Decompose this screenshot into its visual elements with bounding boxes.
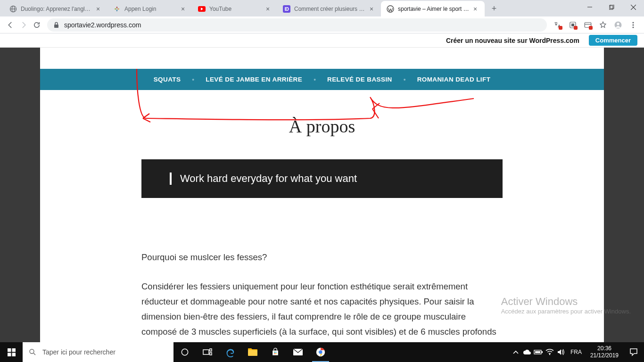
paragraph: Considérer les fessiers uniquement pour … bbox=[141, 279, 503, 342]
store-button[interactable] bbox=[264, 342, 287, 362]
text-span: Considérer les fessiers uniquement pour … bbox=[141, 281, 496, 342]
svg-point-25 bbox=[632, 26, 634, 28]
task-view-button[interactable] bbox=[196, 342, 219, 362]
close-icon[interactable]: × bbox=[264, 5, 272, 13]
windows-taskbar: Taper ici pour rechercher FRA 20:36 21/1… bbox=[0, 342, 644, 362]
svg-rect-29 bbox=[12, 353, 16, 356]
svg-point-24 bbox=[632, 24, 634, 25]
quote-accent bbox=[170, 173, 172, 185]
page-viewport: Créer un nouveau site sur WordPress.com … bbox=[0, 33, 644, 342]
nav-item-squats[interactable]: SQUATS bbox=[151, 76, 184, 83]
extension-icons bbox=[551, 21, 640, 29]
svg-rect-16 bbox=[54, 25, 58, 28]
svg-rect-37 bbox=[274, 352, 275, 353]
onedrive-icon[interactable] bbox=[521, 342, 533, 362]
battery-icon[interactable] bbox=[533, 342, 544, 362]
page-gutter-left bbox=[0, 48, 40, 342]
extension-icon[interactable] bbox=[584, 21, 592, 29]
svg-point-22 bbox=[617, 23, 619, 25]
svg-rect-40 bbox=[275, 353, 276, 354]
chrome-button[interactable] bbox=[309, 342, 332, 362]
tab-comment[interactable]: Comment créer plusieurs page × bbox=[277, 1, 381, 16]
address-bar[interactable]: sportavie2.wordpress.com bbox=[47, 18, 547, 32]
wp-start-button[interactable]: Commencer bbox=[589, 35, 637, 46]
forward-button[interactable] bbox=[17, 18, 30, 32]
tab-title: Duolingo: Apprenez l'anglais, l bbox=[21, 6, 92, 12]
tab-youtube[interactable]: YouTube × bbox=[192, 1, 277, 16]
nav-separator: • bbox=[192, 76, 194, 83]
tab-duolingo[interactable]: Duolingo: Apprenez l'anglais, l × bbox=[4, 1, 107, 16]
svg-rect-33 bbox=[203, 350, 209, 354]
site-icon bbox=[283, 5, 290, 13]
profile-icon[interactable] bbox=[614, 21, 622, 29]
tab-title: YouTube bbox=[209, 6, 262, 12]
bookmark-icon[interactable] bbox=[599, 21, 607, 29]
translate-icon[interactable] bbox=[553, 21, 562, 29]
system-tray: FRA 20:36 21/12/2019 bbox=[510, 342, 644, 362]
wifi-icon[interactable] bbox=[544, 342, 555, 362]
taskbar-search[interactable]: Taper ici pour rechercher bbox=[23, 342, 173, 362]
svg-rect-36 bbox=[248, 350, 257, 356]
svg-marker-5 bbox=[114, 8, 116, 10]
nav-item-releve[interactable]: RELEVÉ DE BASSIN bbox=[324, 76, 395, 83]
menu-icon[interactable] bbox=[629, 21, 637, 29]
article-body: Pourquoi se muslcer les fesses? Considér… bbox=[141, 250, 503, 342]
svg-rect-39 bbox=[274, 353, 275, 354]
action-center-button[interactable] bbox=[623, 342, 644, 362]
explorer-button[interactable] bbox=[241, 342, 264, 362]
wordpress-promo-bar: Créer un nouveau site sur WordPress.com … bbox=[0, 33, 644, 48]
search-placeholder: Taper ici pour rechercher bbox=[42, 348, 116, 356]
clock-time: 20:36 bbox=[590, 345, 619, 352]
wp-create-link[interactable]: Créer un nouveau site sur WordPress.com bbox=[446, 37, 579, 44]
nav-separator: • bbox=[314, 76, 316, 83]
tab-sportavie[interactable]: sportavie – Aimer le sport com × bbox=[381, 1, 485, 16]
minimize-button[interactable] bbox=[579, 0, 601, 14]
mail-button[interactable] bbox=[287, 342, 309, 362]
maximize-button[interactable] bbox=[601, 0, 622, 14]
volume-icon[interactable] bbox=[555, 342, 567, 362]
cortana-button[interactable] bbox=[173, 342, 196, 362]
browser-tabstrip: Duolingo: Apprenez l'anglais, l × Appen … bbox=[0, 0, 644, 16]
tab-title: Comment créer plusieurs page bbox=[294, 6, 366, 12]
content: À propos Work hard everyday for what you… bbox=[40, 90, 604, 342]
svg-line-31 bbox=[33, 353, 35, 355]
close-icon[interactable]: × bbox=[179, 5, 187, 13]
quote-block: Work hard everyday for what you want bbox=[141, 159, 503, 198]
svg-rect-34 bbox=[210, 349, 212, 351]
appen-icon bbox=[113, 5, 121, 13]
svg-rect-35 bbox=[210, 353, 212, 355]
edge-button[interactable] bbox=[219, 342, 241, 362]
clock-date: 21/12/2019 bbox=[590, 352, 619, 359]
back-button[interactable] bbox=[4, 18, 17, 32]
nav-item-leve[interactable]: LEVÉ DE JAMBE EN ARRIÈRE bbox=[203, 76, 305, 83]
taskbar-clock[interactable]: 20:36 21/12/2019 bbox=[586, 345, 623, 359]
svg-rect-28 bbox=[8, 353, 11, 356]
tray-chevron-icon[interactable] bbox=[510, 342, 521, 362]
close-icon[interactable]: × bbox=[368, 5, 375, 13]
svg-rect-38 bbox=[275, 352, 276, 353]
new-tab-button[interactable]: + bbox=[487, 2, 501, 15]
close-window-button[interactable] bbox=[622, 0, 644, 14]
svg-rect-46 bbox=[535, 351, 540, 353]
reload-button[interactable] bbox=[30, 18, 43, 32]
url-text: sportavie2.wordpress.com bbox=[64, 21, 141, 29]
extension-icon[interactable] bbox=[569, 21, 577, 29]
wordpress-icon bbox=[387, 5, 394, 13]
youtube-icon bbox=[198, 5, 206, 13]
start-button[interactable] bbox=[0, 342, 23, 362]
close-icon[interactable]: × bbox=[94, 5, 102, 13]
close-icon[interactable]: × bbox=[471, 5, 479, 13]
svg-rect-26 bbox=[8, 348, 11, 352]
page-main: SQUATS • LEVÉ DE JAMBE EN ARRIÈRE • RELE… bbox=[40, 48, 604, 342]
nav-item-romanian[interactable]: ROMANIAN DEAD LIFT bbox=[414, 76, 494, 83]
language-indicator[interactable]: FRA bbox=[567, 349, 586, 355]
svg-rect-27 bbox=[12, 348, 16, 352]
taskbar-pinned bbox=[173, 342, 332, 362]
paragraph: Pourquoi se muslcer les fesses? bbox=[141, 250, 503, 265]
svg-rect-13 bbox=[610, 5, 614, 8]
site-nav: SQUATS • LEVÉ DE JAMBE EN ARRIÈRE • RELE… bbox=[40, 69, 604, 90]
page-title: À propos bbox=[141, 116, 503, 137]
tab-appen[interactable]: Appen Login × bbox=[107, 1, 192, 16]
quote-text: Work hard everyday for what you want bbox=[180, 173, 474, 185]
svg-rect-45 bbox=[542, 351, 543, 353]
